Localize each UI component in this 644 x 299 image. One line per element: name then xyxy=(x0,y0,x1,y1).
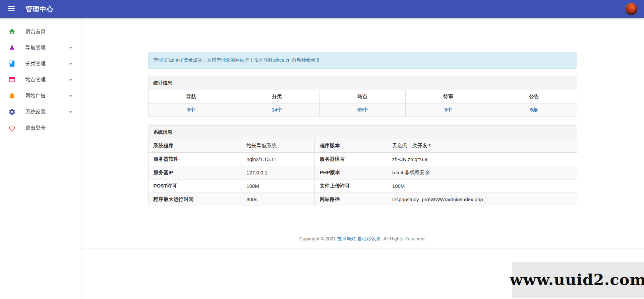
home-icon xyxy=(8,27,16,35)
sidebar-item-label: 系统设置 xyxy=(25,109,46,115)
sys-value: 127.0.0.1 xyxy=(241,166,315,179)
table-row: 程序最大运行时间 300s 网站路径 D:\phpstudy_pro\WWW\a… xyxy=(149,193,577,206)
chevron-down-icon xyxy=(68,61,73,66)
sidebar-item-logout[interactable]: 退出登录 xyxy=(0,120,81,136)
sidebar-item-label: 导航管理 xyxy=(25,45,46,51)
stat-header-sites: 站点 xyxy=(320,90,406,103)
stat-value-nav-link[interactable]: 5个 xyxy=(187,107,195,113)
sidebar-item-settings[interactable]: 系统设置 xyxy=(0,104,81,120)
stat-header-notices: 公告 xyxy=(491,90,577,103)
sys-label: 服务器软件 xyxy=(149,153,241,166)
sys-label: 文件上传许可 xyxy=(314,179,387,193)
copyright-prefix: Copyright © 2021 xyxy=(299,236,337,241)
sidebar-item-dashboard[interactable]: 后台首页 xyxy=(0,23,81,40)
book-icon xyxy=(8,60,16,68)
statistics-value-row: 5个 14个 69个 9个 5条 xyxy=(149,103,577,117)
sys-value: 100M xyxy=(241,179,315,193)
sidebar-item-label: 后台首页 xyxy=(25,28,46,35)
table-row: 服务器软件 nginx/1.15.11 服务器语言 zh-CN,zh;q=0.9 xyxy=(149,153,577,166)
chevron-down-icon xyxy=(68,45,73,50)
sys-label: 程序最大运行时间 xyxy=(149,193,241,206)
topbar: 管理中心 xyxy=(0,0,644,18)
page-title: 管理中心 xyxy=(25,5,54,14)
watermark-banner: www.uuid2.com xyxy=(512,262,644,298)
sidebar-item-sites[interactable]: 站点管理 xyxy=(0,72,81,88)
footer-site-link[interactable]: 技术导航 自动秒收录 xyxy=(337,236,381,241)
copyright-suffix: . All Rights Reserved. xyxy=(381,236,426,241)
menu-toggle-button[interactable] xyxy=(5,2,18,16)
system-info-panel-title: 系统信息 xyxy=(149,126,577,139)
hamburger-icon xyxy=(7,4,16,14)
navigation-icon xyxy=(8,44,16,52)
sys-value: 站长导航系统 xyxy=(241,139,315,153)
sys-value: D:\phpstudy_pro\WWW\admin\index.php xyxy=(387,193,577,206)
chevron-down-icon xyxy=(68,93,73,98)
statistics-table: 导航 分类 站点 待审 公告 5个 14个 69个 9个 5条 xyxy=(149,90,577,117)
stat-header-category: 分类 xyxy=(234,90,320,103)
system-info-table: 系统程序 站长导航系统 程序版本 无名氏二次开发!!! 服务器软件 nginx/… xyxy=(149,139,577,206)
web-card-icon xyxy=(8,76,16,84)
sys-label: POST许可 xyxy=(149,179,241,193)
stat-value-category-link[interactable]: 14个 xyxy=(272,107,282,113)
sidebar-item-ads[interactable]: 网站广告 xyxy=(0,88,81,104)
sys-value: 5.6.9 非线程安全 xyxy=(387,166,577,179)
sidebar: 后台首页 导航管理 分类管理 站点管理 网站广告 xyxy=(0,18,81,299)
statistics-panel-title: 统计信息 xyxy=(149,76,577,90)
watermark-text: www.uuid2.com xyxy=(510,271,644,289)
sidebar-item-label: 退出登录 xyxy=(25,125,46,131)
sys-label: 程序版本 xyxy=(314,139,387,153)
gear-icon xyxy=(8,108,16,116)
login-success-alert: 管理员"admin"登录成功，尽情管理您的网站吧！技术导航:dhes.cn 自动… xyxy=(148,52,577,69)
sys-value: 300s xyxy=(241,193,315,206)
statistics-panel: 统计信息 导航 分类 站点 待审 公告 5个 14个 69个 9个 5条 xyxy=(148,76,577,117)
sys-value: nginx/1.15.11 xyxy=(241,153,315,166)
stat-header-nav: 导航 xyxy=(149,90,234,103)
sidebar-item-category[interactable]: 分类管理 xyxy=(0,56,81,72)
sys-value: 无名氏二次开发!!! xyxy=(387,139,577,153)
chevron-down-icon xyxy=(68,77,73,82)
system-info-panel: 系统信息 系统程序 站长导航系统 程序版本 无名氏二次开发!!! 服务器软件 n… xyxy=(148,125,577,206)
table-row: POST许可 100M 文件上传许可 100M xyxy=(149,179,577,193)
statistics-header-row: 导航 分类 站点 待审 公告 xyxy=(149,90,577,103)
power-icon xyxy=(8,124,16,132)
stat-value-notices-link[interactable]: 5条 xyxy=(530,107,538,113)
sys-label: 服务器语言 xyxy=(314,153,387,166)
sys-label: 系统程序 xyxy=(149,139,241,153)
stat-value-sites-link[interactable]: 69个 xyxy=(357,107,368,113)
bell-icon xyxy=(8,92,16,100)
stat-header-pending: 待审 xyxy=(405,90,491,103)
sidebar-item-label: 网站广告 xyxy=(25,93,46,99)
main-content: 管理员"admin"登录成功，尽情管理您的网站吧！技术导航:dhes.cn 自动… xyxy=(81,18,644,299)
sys-label: 服务器IP xyxy=(149,166,241,179)
sys-label: PHP版本 xyxy=(314,166,387,179)
chevron-down-icon xyxy=(68,109,73,115)
table-row: 系统程序 站长导航系统 程序版本 无名氏二次开发!!! xyxy=(149,139,577,153)
sidebar-item-label: 站点管理 xyxy=(25,77,46,83)
sidebar-item-label: 分类管理 xyxy=(25,61,46,67)
table-row: 服务器IP 127.0.0.1 PHP版本 5.6.9 非线程安全 xyxy=(149,166,577,179)
sys-value: zh-CN,zh;q=0.9 xyxy=(387,153,577,166)
footer: Copyright © 2021 技术导航 自动秒收录. All Rights … xyxy=(81,230,644,248)
user-avatar[interactable] xyxy=(625,3,637,15)
sidebar-item-navigation[interactable]: 导航管理 xyxy=(0,40,81,56)
stat-value-pending-link[interactable]: 9个 xyxy=(444,107,452,113)
sys-value: 100M xyxy=(387,179,577,193)
sys-label: 网站路径 xyxy=(314,193,387,206)
